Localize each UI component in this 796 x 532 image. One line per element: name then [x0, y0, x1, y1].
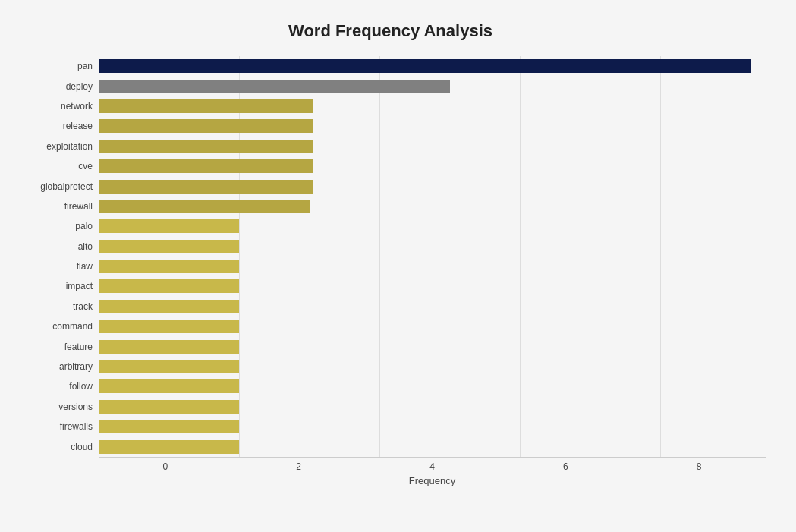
bar: [99, 340, 239, 354]
bar-row: [99, 258, 766, 275]
bar-row: [99, 278, 766, 294]
bar-row: [99, 298, 766, 315]
bar: [99, 119, 313, 133]
bar-row: [99, 418, 766, 435]
y-label: arbitrary: [59, 357, 93, 376]
y-label: feature: [64, 337, 93, 357]
bar: [99, 159, 313, 173]
x-tick: 8: [632, 461, 766, 472]
chart-body: pandeploynetworkreleaseexploitationcvegl…: [15, 56, 766, 486]
y-label: palo: [75, 216, 93, 236]
y-label: flaw: [77, 257, 93, 276]
y-label: cve: [78, 156, 93, 176]
bar: [99, 59, 751, 73]
bar-row: [99, 318, 766, 335]
bar: [99, 400, 239, 414]
bar-row: [99, 439, 766, 455]
bar: [99, 379, 239, 393]
bar-row: [99, 118, 766, 134]
y-label: pan: [77, 56, 93, 76]
bar: [99, 240, 239, 253]
bars-container: [99, 56, 766, 457]
x-axis-label: Frequency: [99, 475, 766, 486]
bar: [99, 219, 239, 233]
bar-row: [99, 338, 766, 355]
plot-area: pandeploynetworkreleaseexploitationcvegl…: [15, 56, 766, 457]
y-labels: pandeploynetworkreleaseexploitationcvegl…: [15, 56, 99, 457]
y-label: follow: [69, 376, 93, 396]
bar: [99, 80, 450, 93]
bar: [99, 140, 313, 153]
bar-row: [99, 198, 766, 215]
y-label: impact: [66, 276, 93, 296]
bars-and-grid: [99, 56, 766, 457]
bar: [99, 320, 239, 333]
bar: [99, 279, 239, 293]
y-label: exploitation: [46, 137, 93, 156]
y-label: deploy: [66, 77, 93, 96]
y-label: firewall: [64, 197, 93, 216]
bar-row: [99, 58, 766, 74]
bar: [99, 180, 313, 194]
bar-row: [99, 158, 766, 175]
bar: [99, 300, 239, 313]
bar: [99, 360, 239, 373]
y-label: track: [73, 297, 93, 316]
y-label: firewalls: [60, 417, 93, 436]
bar-row: [99, 378, 766, 395]
chart-container: Word Frequency Analysis pandeploynetwork…: [0, 0, 796, 532]
bar: [99, 200, 310, 213]
bar-row: [99, 138, 766, 155]
x-tick: 2: [232, 461, 366, 472]
bar-row: [99, 98, 766, 115]
y-label: network: [61, 96, 93, 116]
y-label: globalprotect: [40, 177, 93, 197]
bar-row: [99, 238, 766, 255]
x-axis: 02468: [99, 457, 766, 472]
y-label: command: [52, 316, 93, 336]
y-label: cloud: [71, 437, 93, 457]
x-tick: 4: [366, 461, 499, 472]
bar-row: [99, 178, 766, 195]
bar: [99, 260, 239, 273]
x-tick: 0: [99, 461, 232, 472]
y-label: alto: [78, 237, 93, 257]
bar: [99, 440, 239, 454]
bar: [99, 99, 313, 113]
y-label: versions: [58, 397, 93, 417]
x-tick: 6: [499, 461, 632, 472]
x-axis-line: [99, 457, 766, 458]
bar-row: [99, 398, 766, 415]
y-label: release: [63, 116, 93, 136]
bar-row: [99, 78, 766, 95]
bar: [99, 420, 239, 433]
bar-row: [99, 358, 766, 375]
chart-title: Word Frequency Analysis: [15, 21, 766, 41]
bar-row: [99, 218, 766, 235]
